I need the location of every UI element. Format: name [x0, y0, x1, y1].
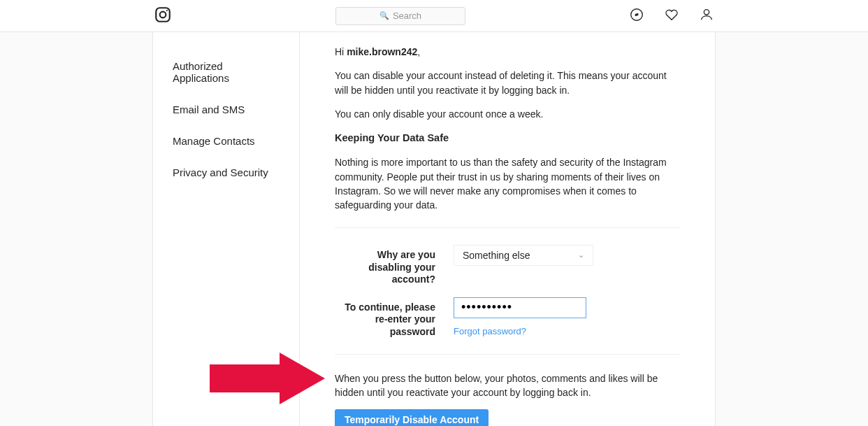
- forgot-password-link[interactable]: Forgot password?: [454, 325, 526, 339]
- final-warning: When you press the button below, your ph…: [335, 371, 680, 400]
- sidebar-item-manage-contacts[interactable]: Manage Contacts: [153, 125, 299, 157]
- explore-icon[interactable]: [629, 7, 644, 25]
- reason-label: Why are you disabling your account?: [335, 245, 454, 286]
- svg-point-2: [166, 9, 168, 10]
- reason-row: Why are you disabling your account? Some…: [335, 245, 680, 286]
- password-input[interactable]: [454, 297, 586, 318]
- sidebar-item-authorized-apps[interactable]: Authorized Applications: [153, 50, 299, 94]
- temporarily-disable-button[interactable]: Temporarily Disable Account: [335, 409, 489, 426]
- reason-select[interactable]: Something else ⌄: [454, 245, 593, 266]
- search-icon: 🔍: [379, 11, 389, 20]
- search-input[interactable]: 🔍 Search: [335, 7, 465, 25]
- divider: [335, 227, 680, 228]
- username: mike.brown242: [347, 46, 417, 57]
- activity-heart-icon[interactable]: [664, 7, 679, 25]
- settings-panel: Authorized Applications Email and SMS Ma…: [152, 32, 716, 426]
- top-nav: 🔍 Search: [0, 0, 868, 32]
- svg-marker-4: [635, 13, 639, 16]
- instagram-logo-icon[interactable]: [154, 6, 172, 27]
- password-row: To continue, please re-enter your passwo…: [335, 297, 680, 339]
- svg-rect-0: [156, 8, 170, 22]
- chevron-down-icon: ⌄: [578, 250, 584, 261]
- sidebar-item-privacy-security[interactable]: Privacy and Security: [153, 157, 299, 188]
- password-label: To continue, please re-enter your passwo…: [335, 297, 454, 339]
- greeting-line: Hi mike.brown242,: [335, 45, 680, 59]
- svg-point-5: [704, 9, 709, 14]
- search-placeholder: Search: [393, 10, 421, 21]
- sidebar-item-email-sms[interactable]: Email and SMS: [153, 94, 299, 125]
- disable-explainer-2: You can only disable your account once a…: [335, 107, 680, 121]
- main-content: Hi mike.brown242, You can disable your a…: [300, 32, 715, 426]
- data-safe-heading: Keeping Your Data Safe: [335, 131, 680, 145]
- disable-explainer-1: You can disable your account instead of …: [335, 69, 680, 97]
- divider: [335, 354, 680, 355]
- reason-selected-value: Something else: [463, 248, 530, 262]
- profile-icon[interactable]: [699, 7, 714, 25]
- data-safe-body: Nothing is more important to us than the…: [335, 155, 680, 212]
- settings-sidebar: Authorized Applications Email and SMS Ma…: [153, 32, 300, 426]
- svg-point-1: [160, 11, 166, 17]
